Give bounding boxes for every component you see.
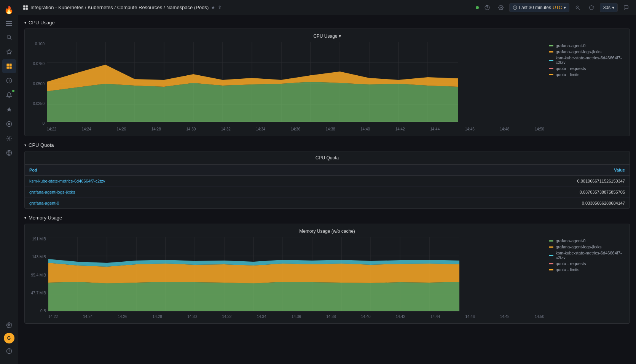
svg-point-12 <box>8 138 10 139</box>
user-avatar[interactable]: G <box>4 333 14 343</box>
svg-point-11 <box>8 123 10 125</box>
table-row: grafana-agent-0 0.03305666288684147 <box>25 198 630 209</box>
legend-color-yellow-2 <box>549 74 553 75</box>
topbar-actions: Last 30 minutes UTC ▾ 30s ▾ <box>476 2 631 13</box>
pod-link-ksm[interactable]: ksm-kube-state-metrics-6d46664f7-c2tzv <box>29 179 105 183</box>
comments-button[interactable] <box>621 2 631 13</box>
sidebar-bottom: G <box>0 318 18 361</box>
y-label-4: 0 <box>29 121 45 126</box>
cpu-quota-panel: CPU Quota Pod Value ksm-kube-state-metri… <box>24 151 630 209</box>
memory-usage-section: ▾ Memory Usage Memory Usage (w/o cache) … <box>24 215 630 324</box>
zoom-out-button[interactable] <box>572 2 583 13</box>
mem-legend-ksm[interactable]: ksm-kube-state-metrics-6d46664f7-c2tzv <box>549 251 625 260</box>
dashboard-grid-icon <box>23 5 28 10</box>
refresh-icon-button[interactable] <box>586 2 597 13</box>
sidebar-item-help[interactable] <box>2 344 16 358</box>
settings-button[interactable] <box>496 2 506 13</box>
cpu-usage-label: CPU Usage <box>29 20 55 25</box>
y-label-3: 0.0250 <box>29 102 45 106</box>
legend-label: grafana-agent-logs-jkxks <box>556 49 601 54</box>
legend-item-ksm[interactable]: ksm-kube-state-metrics-6d46664f7-c2tzv <box>549 56 625 65</box>
time-range-selector[interactable]: Last 30 minutes UTC ▾ <box>509 3 569 12</box>
memory-usage-chart-title: Memory Usage (w/o cache) <box>29 229 625 234</box>
value-cell: 0.0010666711526150347 <box>387 176 630 187</box>
topbar: Integration - Kubernetes / Kubernetes / … <box>18 0 636 15</box>
y-label-47: 47.7 MiB <box>29 291 46 295</box>
legend-label: grafana-agent-0 <box>556 43 585 48</box>
chevron-down-icon: ▾ <box>24 21 26 25</box>
legend-item-quota-requests[interactable]: quota - requests <box>549 66 625 71</box>
legend-item-quota-limits[interactable]: quota - limits <box>549 72 625 77</box>
memory-usage-svg <box>48 237 544 313</box>
sidebar-item-plugins[interactable] <box>2 132 16 145</box>
help-button[interactable] <box>482 2 493 13</box>
cpu-usage-section: ▾ CPU Usage CPU Usage ▾ 0.100 0.0750 <box>24 20 630 136</box>
share-icon[interactable]: ⇪ <box>218 5 222 10</box>
memory-y-axis: 191 MiB 143 MiB 95.4 MiB 47.7 MiB 0 B <box>29 237 48 313</box>
table-row: grafana-agent-logs-jkxks 0.0370357388758… <box>25 187 630 198</box>
legend-label: grafana-agent-logs-jkxks <box>556 245 601 249</box>
sidebar-item-search[interactable] <box>2 30 16 44</box>
sidebar-item-dashboards[interactable] <box>2 59 16 73</box>
legend-color-yellow <box>549 246 553 248</box>
svg-rect-1 <box>6 23 12 24</box>
col-value-header[interactable]: Value <box>387 165 630 176</box>
pod-link-grafana-agent[interactable]: grafana-agent-0 <box>29 201 59 205</box>
cpu-usage-header[interactable]: ▾ CPU Usage <box>24 20 630 25</box>
cpu-quota-table-title: CPU Quota <box>25 151 630 165</box>
memory-usage-panel: Memory Usage (w/o cache) 191 MiB 143 MiB… <box>24 224 630 324</box>
table-header-row: Pod Value <box>25 165 630 176</box>
legend-item-grafana-agent-logs[interactable]: grafana-agent-logs-jkxks <box>549 49 625 54</box>
sidebar-item-ai[interactable] <box>2 103 16 116</box>
memory-usage-chart-area: 191 MiB 143 MiB 95.4 MiB 47.7 MiB 0 B <box>29 237 544 319</box>
sidebar-toggle[interactable] <box>4 18 14 29</box>
refresh-interval-label: 30s <box>603 5 610 10</box>
mem-legend-grafana-agent-logs[interactable]: grafana-agent-logs-jkxks <box>549 245 625 249</box>
chevron-down-icon: ▾ <box>24 143 26 147</box>
alert-dot <box>12 90 14 92</box>
cpu-usage-panel: CPU Usage ▾ 0.100 0.0750 0.0500 0.0250 <box>24 29 630 136</box>
svg-rect-0 <box>6 21 12 22</box>
time-range-label: Last 30 minutes <box>519 5 551 10</box>
cpu-quota-header[interactable]: ▾ CPU Quota <box>24 142 630 148</box>
mem-legend-quota-limits[interactable]: quota - limits <box>549 267 625 272</box>
grafana-logo[interactable]: 🔥 <box>2 3 16 17</box>
sidebar-item-globe[interactable] <box>2 146 16 160</box>
value-cell: 0.037035738875855705 <box>387 187 630 198</box>
sidebar-item-alerting[interactable] <box>2 88 16 102</box>
sidebar-item-starred[interactable] <box>2 45 16 59</box>
svg-point-15 <box>8 324 10 326</box>
legend-color-cyan <box>549 255 553 256</box>
connection-status-dot <box>476 6 479 9</box>
chevron-down-icon: ▾ <box>24 216 26 220</box>
sidebar-item-settings[interactable] <box>2 318 16 332</box>
y-label-143: 143 MiB <box>29 255 46 259</box>
chevron-down-icon-refresh: ▾ <box>612 5 614 10</box>
mem-legend-quota-requests[interactable]: quota - requests <box>549 261 625 266</box>
svg-rect-8 <box>6 67 9 69</box>
clock-icon <box>513 5 517 10</box>
cpu-quota-table: Pod Value ksm-kube-state-metrics-6d46664… <box>25 165 630 208</box>
svg-point-10 <box>6 121 11 126</box>
cpu-usage-legend: grafana-agent-0 grafana-agent-logs-jkxks… <box>549 42 625 131</box>
memory-usage-header[interactable]: ▾ Memory Usage <box>24 215 630 221</box>
value-cell: 0.03305666288684147 <box>387 198 630 209</box>
chart-title-arrow[interactable]: ▾ <box>339 33 341 39</box>
refresh-interval-selector[interactable]: 30s ▾ <box>600 3 618 12</box>
timezone-label: UTC <box>553 5 562 10</box>
cpu-usage-chart-container: 0.100 0.0750 0.0500 0.0250 0 <box>29 42 625 131</box>
cpu-quota-label: CPU Quota <box>29 142 54 148</box>
memory-x-axis: 14:22 14:24 14:26 14:28 14:30 14:32 14:3… <box>48 315 544 319</box>
sidebar-item-incidents[interactable] <box>2 117 16 131</box>
col-pod-header[interactable]: Pod <box>25 165 387 176</box>
svg-rect-7 <box>9 64 11 66</box>
svg-rect-18 <box>26 5 28 7</box>
mem-legend-grafana-agent-0[interactable]: grafana-agent-0 <box>549 238 625 243</box>
breadcrumb-area: Integration - Kubernetes / Kubernetes / … <box>23 5 473 10</box>
legend-item-grafana-agent-0[interactable]: grafana-agent-0 <box>549 43 625 48</box>
svg-line-25 <box>579 8 580 10</box>
sidebar-item-explore[interactable] <box>2 74 16 87</box>
pod-link-grafana-logs[interactable]: grafana-agent-logs-jkxks <box>29 190 75 194</box>
star-icon[interactable]: ★ <box>211 5 215 10</box>
legend-color-yellow-2 <box>549 269 553 270</box>
